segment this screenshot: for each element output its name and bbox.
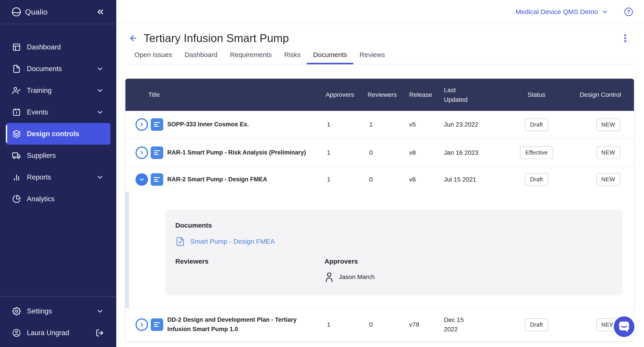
expand-row-button[interactable]	[136, 318, 148, 331]
sidebar-item-label: Dashboard	[27, 43, 61, 51]
tab-open-issues[interactable]: Open Issues	[128, 51, 178, 64]
design-control-badge[interactable]: NEW	[596, 118, 620, 131]
column-header-approvers: Approvers	[321, 91, 359, 98]
sidebar-item-label: Documents	[27, 65, 62, 73]
row-title[interactable]: RAR-2 Smart Pump - Design FMEA	[167, 175, 267, 184]
truck-icon	[12, 151, 21, 160]
sidebar-item-label: Suppliers	[27, 152, 56, 160]
back-button[interactable]	[129, 34, 138, 43]
status-badge[interactable]: Draft	[525, 118, 548, 131]
sidebar-item-reports[interactable]: Reports	[0, 166, 116, 188]
status-cell: Draft	[506, 118, 567, 131]
status-badge[interactable]: Effective	[520, 146, 553, 159]
table-row: DD-2 Design and Development Plan - Terti…	[126, 308, 634, 341]
expanded-row-indicator	[126, 192, 129, 308]
document-link[interactable]: Smart Pump - Design FMEA	[190, 238, 274, 245]
status-badge[interactable]: Draft	[525, 318, 548, 331]
sidebar-item-dashboard[interactable]: Dashboard	[0, 36, 116, 58]
row-title[interactable]: RAR-1 Smart Pump - Risk Analysis (Prelim…	[167, 148, 306, 158]
status-cell: Draft	[506, 318, 567, 331]
table-row-expanded: RAR-2 Smart Pump - Design FMEA 1 0 v6 Ju…	[126, 166, 634, 192]
expand-row-button[interactable]	[136, 146, 148, 159]
sidebar-item-design-controls[interactable]: Design controls	[6, 123, 110, 145]
reviewers-count: 1	[359, 121, 406, 128]
gear-icon	[12, 307, 21, 316]
sidebar-item-events[interactable]: Events	[0, 101, 116, 123]
more-options-button[interactable]	[623, 33, 628, 44]
tab-risks[interactable]: Risks	[278, 51, 307, 64]
tab-requirements[interactable]: Requirements	[224, 51, 278, 64]
page-title: Tertiary Infusion Smart Pump	[144, 32, 289, 45]
chat-launcher-button[interactable]	[614, 316, 634, 337]
sidebar-item-settings[interactable]: Settings	[0, 300, 116, 322]
release-version: v6	[406, 176, 441, 183]
documents-table: Title Approvers Reviewers Release Last U…	[125, 78, 634, 342]
sidebar-item-label: Events	[27, 108, 48, 116]
release-version: v78	[406, 321, 441, 328]
last-updated: Jun 23 2022	[441, 120, 506, 129]
chevron-down-icon	[602, 8, 608, 15]
qualio-logo-icon	[11, 7, 22, 17]
row-title[interactable]: DD-2 Design and Development Plan - Terti…	[167, 315, 321, 334]
help-button[interactable]: ?	[624, 8, 633, 16]
qualio-app: Qualio Dashboard Documents	[0, 0, 644, 347]
sidebar-footer: Settings Laura Ungrad	[0, 296, 116, 347]
sidebar-user-name: Laura Ungrad	[27, 329, 69, 337]
chevron-right-icon	[139, 122, 145, 128]
chevron-down-icon	[96, 174, 104, 181]
question-icon: ?	[627, 9, 630, 15]
sidebar: Qualio Dashboard Documents	[0, 0, 116, 347]
column-header-design-control: Design Control	[567, 91, 634, 98]
status-badge[interactable]: Draft	[525, 173, 548, 186]
pie-chart-icon	[12, 194, 21, 204]
reviewers-count: 0	[359, 176, 406, 183]
row-title[interactable]: SOPP-333 Inner Cosmos Ex.	[167, 120, 249, 129]
sidebar-item-documents[interactable]: Documents	[0, 58, 116, 80]
design-control-cell: NEW	[567, 173, 634, 186]
release-version: v8	[406, 149, 441, 156]
design-control-badge[interactable]: NEW	[596, 146, 620, 159]
last-updated: Jul 15 2021	[441, 175, 506, 184]
document-type-icon	[151, 318, 163, 331]
sidebar-item-label: Training	[27, 86, 52, 94]
tab-dashboard[interactable]: Dashboard	[178, 51, 224, 64]
sidebar-item-training[interactable]: Training	[0, 80, 116, 101]
user-circle-icon	[12, 328, 21, 338]
approver-item: Jason March	[324, 272, 374, 282]
release-version: v5	[406, 121, 441, 128]
sidebar-nav: Dashboard Documents Training	[0, 24, 116, 296]
chevron-down-icon	[96, 308, 104, 315]
documents-heading: Documents	[175, 222, 614, 229]
user-check-icon	[12, 86, 21, 95]
row-detail-panel: Documents Smart Pump - Design FMEA Revie…	[165, 210, 622, 295]
chevron-down-icon	[96, 65, 104, 73]
title-row: Tertiary Infusion Smart Pump	[125, 32, 634, 45]
sidebar-collapse-button[interactable]	[96, 8, 105, 16]
collapse-row-button[interactable]	[136, 173, 148, 186]
chat-bubble-icon	[618, 321, 630, 332]
design-control-badge[interactable]: NEW	[596, 173, 620, 186]
column-header-title: Title	[126, 91, 321, 98]
topbar: Medical Device QMS Demo ?	[116, 0, 644, 24]
page-content: Tertiary Infusion Smart Pump Open Issues…	[116, 24, 644, 347]
sidebar-item-suppliers[interactable]: Suppliers	[0, 145, 116, 166]
expand-row-button[interactable]	[136, 118, 148, 131]
reviewers-count: 0	[359, 321, 406, 328]
approver-name: Jason March	[339, 274, 374, 280]
column-header-reviewers: Reviewers	[359, 91, 406, 98]
tab-documents[interactable]: Documents	[307, 51, 353, 64]
chevron-down-icon	[96, 87, 104, 94]
last-updated: Jan 16 2023	[441, 148, 506, 158]
chevron-down-icon	[139, 176, 145, 183]
sidebar-item-user[interactable]: Laura Ungrad	[0, 322, 116, 344]
org-switcher[interactable]: Medical Device QMS Demo	[516, 8, 608, 16]
main-area: Medical Device QMS Demo ? Tertiary Infus…	[116, 0, 644, 347]
file-check-icon	[175, 236, 185, 248]
tab-bar: Open Issues Dashboard Requirements Risks…	[125, 51, 634, 64]
design-control-cell: NEW	[567, 146, 634, 159]
sidebar-item-analytics[interactable]: Analytics	[0, 188, 116, 210]
logout-icon[interactable]	[96, 329, 104, 337]
dashboard-icon	[12, 43, 21, 52]
table-header: Title Approvers Reviewers Release Last U…	[126, 79, 634, 111]
tab-reviews[interactable]: Reviews	[353, 51, 391, 64]
